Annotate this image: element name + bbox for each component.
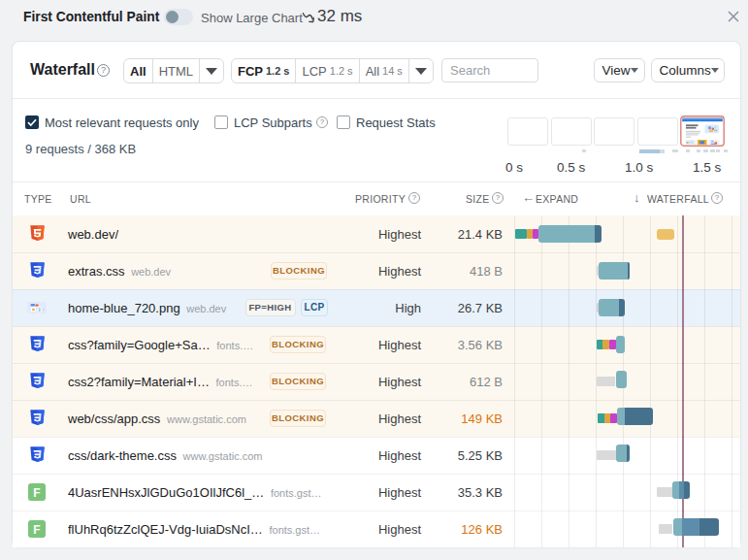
svg-text:F: F [33, 486, 40, 500]
svg-text:F: F [33, 523, 40, 537]
